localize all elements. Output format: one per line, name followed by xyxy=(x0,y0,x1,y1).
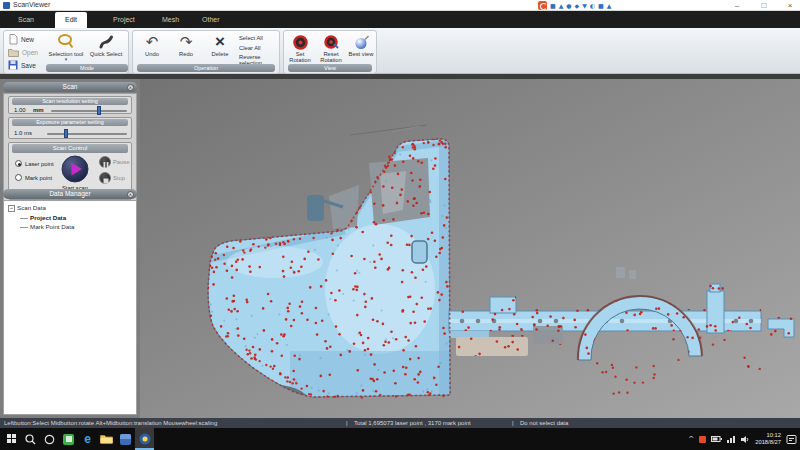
overlay-icon-7[interactable]: ■ xyxy=(598,1,604,10)
quick-select-button[interactable]: Quick Select xyxy=(88,33,124,57)
laser-point-radio[interactable] xyxy=(15,160,22,167)
pause-label: Pause xyxy=(113,159,129,165)
separator-2: | xyxy=(512,420,514,426)
exposure-slider-handle[interactable] xyxy=(64,129,68,138)
taskbar-app-green[interactable] xyxy=(59,428,78,450)
new-button[interactable]: New xyxy=(8,33,34,45)
resolution-value: 1.00 xyxy=(14,107,26,113)
resolution-slider-handle[interactable] xyxy=(97,106,101,115)
3d-viewport[interactable] xyxy=(140,79,800,418)
scan-collapse-button[interactable]: ∧ xyxy=(127,84,134,91)
operation-group-label: Operation xyxy=(137,64,275,72)
taskbar-edge[interactable]: e xyxy=(78,428,97,450)
point-cloud-canvas[interactable] xyxy=(140,79,800,418)
taskbar-file-explorer[interactable] xyxy=(97,428,116,450)
cortana-button[interactable] xyxy=(40,428,59,450)
undo-icon: ↶ xyxy=(137,33,167,51)
exposure-slider[interactable] xyxy=(47,133,127,135)
select-all-button[interactable]: Select All xyxy=(239,35,279,41)
delete-button[interactable]: × Delete xyxy=(205,33,235,57)
view-panel: Set Rotation Center Reset Rotation Cente… xyxy=(283,30,377,74)
overlay-icon-6[interactable]: ◐ xyxy=(590,1,595,10)
overlay-icon-1[interactable]: ■ xyxy=(550,1,556,10)
set-rotation-center-icon xyxy=(285,33,315,51)
selection-tool-button[interactable]: Selection tool ▾ xyxy=(48,33,84,63)
battery-icon[interactable] xyxy=(711,435,722,443)
left-sidebar: Scan ∧ Scan resolution setting 1.00 mm E… xyxy=(0,79,140,418)
exposure-value: 1.0 ms xyxy=(14,130,32,136)
undo-button[interactable]: ↶ Undo xyxy=(137,33,167,57)
data-manager-collapse-button[interactable]: ∧ xyxy=(127,191,134,198)
overlay-icon-5[interactable]: ▼ xyxy=(582,1,587,10)
clock[interactable]: 10:12 2018/8/27 xyxy=(755,432,781,445)
mode-group-label: Mode xyxy=(46,64,128,72)
edge-icon: e xyxy=(84,434,91,445)
tab-mesh[interactable]: Mesh xyxy=(152,12,189,28)
scan-panel-header[interactable]: Scan ∧ xyxy=(3,82,137,92)
tree-root-scan-data[interactable]: −Scan Data xyxy=(8,204,46,212)
minimize-button[interactable]: – xyxy=(728,0,746,11)
door-handle xyxy=(412,241,427,263)
start-button[interactable] xyxy=(2,428,21,450)
redo-icon: ↷ xyxy=(171,33,201,51)
blue-app-icon xyxy=(120,434,131,445)
tray-time: 10:12 xyxy=(755,432,781,439)
view-group-label: View xyxy=(288,64,372,72)
overlay-icon-4[interactable]: ◆ xyxy=(575,1,580,10)
clear-all-button[interactable]: Clear All xyxy=(239,45,279,51)
maximize-button[interactable]: □ xyxy=(755,0,773,11)
ribbon: New Open Save Selection tool ▾ xyxy=(0,28,800,74)
data-manager-body: −Scan Data Project Data Mark Point Data xyxy=(3,200,137,415)
save-button[interactable]: Save xyxy=(8,59,36,71)
resolution-slider[interactable] xyxy=(51,110,127,112)
tree-item-mark-point-data[interactable]: Mark Point Data xyxy=(20,223,74,230)
action-center-icon[interactable] xyxy=(786,434,797,445)
exposure-group: Exposure parameter setting 1.0 ms xyxy=(8,117,132,139)
open-folder-icon xyxy=(8,48,19,57)
exposure-group-title: Exposure parameter setting xyxy=(12,119,128,126)
tray-date: 2018/8/27 xyxy=(755,439,781,446)
taskbar-scanviewer-active[interactable] xyxy=(135,428,154,450)
tray-chevron-icon[interactable]: ^ xyxy=(688,435,694,443)
overlay-icon-8[interactable]: ▲ xyxy=(607,1,612,10)
tab-scan[interactable]: Scan xyxy=(8,12,44,28)
capture-logo-icon[interactable] xyxy=(538,1,547,10)
selection-status: Do not select data xyxy=(520,420,568,426)
mark-point-radio[interactable] xyxy=(15,174,22,181)
taskbar-app-blue[interactable] xyxy=(116,428,135,450)
network-icon[interactable] xyxy=(727,435,736,443)
overlay-icon-3[interactable]: ● xyxy=(566,1,571,10)
tray-red-app-icon[interactable] xyxy=(699,436,706,443)
mark-point-label: Mark point xyxy=(25,175,52,181)
stop-button[interactable] xyxy=(99,172,111,184)
overlay-icon-2[interactable]: ▲ xyxy=(559,1,564,10)
close-button[interactable]: × xyxy=(781,0,799,11)
tree-expander-icon[interactable]: − xyxy=(8,205,15,212)
best-view-icon xyxy=(346,33,376,51)
scanviewer-app-icon xyxy=(139,433,151,445)
file-mode-panel: New Open Save Selection tool ▾ xyxy=(3,30,129,74)
capture-overlay-toolbar: ■ ▲ ● ◆ ▼ ◐ ■ ▲ xyxy=(538,1,611,10)
ribbon-tab-bar: Scan Edit Project Mesh Other xyxy=(0,11,800,28)
start-scan-button[interactable] xyxy=(61,155,89,183)
data-manager-header[interactable]: Data Manager ∧ xyxy=(3,189,137,199)
redo-button[interactable]: ↷ Redo xyxy=(171,33,201,57)
taskbar-search-button[interactable] xyxy=(21,428,40,450)
resolution-group: Scan resolution setting 1.00 mm xyxy=(8,96,132,114)
speaker-icon[interactable] xyxy=(741,435,750,444)
title-bar: ScanViewer ■ ▲ ● ◆ ▼ ◐ ■ ▲ – □ × xyxy=(0,0,800,11)
tab-edit[interactable]: Edit xyxy=(55,12,87,28)
open-button[interactable]: Open xyxy=(8,46,38,58)
system-tray: ^ 10:12 2018/8/27 xyxy=(688,428,800,450)
tab-other[interactable]: Other xyxy=(192,12,230,28)
search-icon xyxy=(25,434,36,445)
separator-1: | xyxy=(346,420,348,426)
tree-item-project-data[interactable]: Project Data xyxy=(20,214,66,221)
dropdown-arrow-icon: ▾ xyxy=(48,57,84,63)
window-title: ScanViewer xyxy=(13,1,50,8)
best-view-button[interactable]: Best view xyxy=(346,33,376,57)
pause-button[interactable] xyxy=(99,156,111,168)
save-floppy-icon xyxy=(8,60,18,70)
operation-panel: ↶ Undo ↷ Redo × Delete Select All Clear … xyxy=(132,30,280,74)
tab-project[interactable]: Project xyxy=(103,12,145,28)
